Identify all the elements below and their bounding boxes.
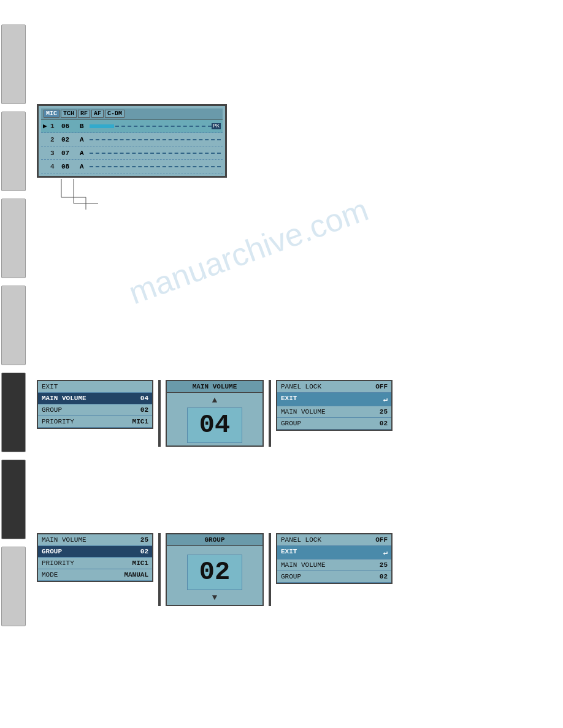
lcd-section: MIC TCH RF AF C-DM ▶ 1 06 B PK 2 02 A <box>37 104 380 216</box>
sidebar-tab-6[interactable] <box>1 460 26 539</box>
menu-row1-exit-label: EXIT <box>42 383 58 390</box>
info-row2-mainvol-label: MAIN VOLUME <box>281 561 326 569</box>
sidebar-tab-2[interactable] <box>1 112 26 191</box>
info-row2-panellock[interactable]: PANEL LOCK OFF <box>277 534 391 546</box>
lcd-row-4-label: A <box>80 163 90 170</box>
lcd-level-dashes-2 <box>90 139 221 140</box>
lcd-row-1[interactable]: ▶ 1 06 B PK <box>41 119 223 133</box>
menu-row2-mainvol-value: 25 <box>140 536 148 544</box>
lcd-row-4-ch: 08 <box>61 163 80 170</box>
info-row2-panellock-label: PANEL LOCK <box>281 536 321 544</box>
lcd-header: MIC TCH RF AF C-DM <box>41 108 223 119</box>
menu-row1-priority[interactable]: PRIORITY MIC1 <box>38 416 152 428</box>
menu-row2-group[interactable]: GROUP 02 <box>38 546 152 558</box>
lcd-level-dashes-3 <box>90 153 221 154</box>
menu-panel-row2: MAIN VOLUME 25 GROUP 02 PRIORITY MIC1 MO… <box>37 533 153 582</box>
info-row1-panellock-value: OFF <box>375 383 388 390</box>
info-panel-row1: PANEL LOCK OFF EXIT ↵ MAIN VOLUME 25 GRO… <box>276 380 393 431</box>
menu-row1-group[interactable]: GROUP 02 <box>38 404 152 416</box>
enter-icon-row1: ↵ <box>383 395 388 404</box>
divider-row2-right <box>269 533 271 606</box>
center-display-row1-value: 04 <box>187 408 242 443</box>
info-row2-mainvol-value: 25 <box>380 561 388 569</box>
lcd-row-3[interactable]: 3 07 A <box>41 146 223 160</box>
info-row2-exit[interactable]: EXIT ↵ <box>277 546 391 559</box>
lcd-row-4[interactable]: 4 08 A <box>41 160 223 173</box>
info-row2-mainvol[interactable]: MAIN VOLUME 25 <box>277 559 391 571</box>
lcd-row-2-label: A <box>80 136 90 143</box>
menu-row1-exit[interactable]: EXIT <box>38 381 152 393</box>
lcd-row-2[interactable]: 2 02 A <box>41 133 223 146</box>
menu-row1-mainvol-value: 04 <box>140 395 148 402</box>
menu-row2-priority[interactable]: PRIORITY MIC1 <box>38 558 152 569</box>
menu-row2-group-label: GROUP <box>42 548 62 555</box>
menu-row1-group-value: 02 <box>140 406 148 414</box>
lcd-display: MIC TCH RF AF C-DM ▶ 1 06 B PK 2 02 A <box>37 104 227 178</box>
lcd-row-2-ch: 02 <box>61 136 80 143</box>
center-display-row2-value: 02 <box>187 555 242 590</box>
lcd-level-bar-1 <box>90 124 114 128</box>
lcd-row-2-num: 2 <box>50 136 61 143</box>
menu-row1-group-label: GROUP <box>42 406 62 414</box>
divider-row1-right <box>269 380 271 447</box>
menu-row2-priority-label: PRIORITY <box>42 559 74 567</box>
lcd-header-af: AF <box>91 110 104 118</box>
lcd-row-1-num: 1 <box>50 123 61 130</box>
info-row1-mainvol-label: MAIN VOLUME <box>281 408 326 415</box>
menu-row2-mode[interactable]: MODE MANUAL <box>38 569 152 581</box>
sidebar-tab-7[interactable] <box>1 547 26 626</box>
lcd-row-3-label: A <box>80 150 90 157</box>
lcd-level-dashes-4 <box>90 166 221 167</box>
info-row1-mainvol[interactable]: MAIN VOLUME 25 <box>277 406 391 418</box>
menu-row2-mainvol-label: MAIN VOLUME <box>42 536 86 544</box>
lcd-row-3-level <box>90 153 221 154</box>
info-row2-exit-label: EXIT <box>281 548 297 557</box>
sidebar-tab-4[interactable] <box>1 286 26 365</box>
sidebar-left <box>0 0 32 728</box>
info-row1-exit[interactable]: EXIT ↵ <box>277 393 391 406</box>
info-row1-panellock[interactable]: PANEL LOCK OFF <box>277 381 391 393</box>
menu-row2-mainvol[interactable]: MAIN VOLUME 25 <box>38 534 152 546</box>
menu-row2-mode-label: MODE <box>42 571 58 578</box>
info-row2-group-value: 02 <box>380 573 388 580</box>
info-panel-row2: PANEL LOCK OFF EXIT ↵ MAIN VOLUME 25 GRO… <box>276 533 393 584</box>
lcd-row-3-ch: 07 <box>61 150 80 157</box>
lcd-annotations <box>37 179 227 216</box>
menu-row2-group-value: 02 <box>140 548 148 555</box>
divider-row2-left <box>158 533 161 606</box>
menu-row1-priority-value: MIC1 <box>132 418 148 425</box>
info-row1-group-label: GROUP <box>281 420 301 427</box>
info-row2-group-label: GROUP <box>281 573 301 580</box>
lcd-row-1-arrow: ▶ <box>43 122 50 130</box>
lcd-header-rf: RF <box>78 110 90 118</box>
info-row1-group-value: 02 <box>380 420 388 427</box>
lcd-row-3-num: 3 <box>50 150 61 157</box>
sidebar-tab-5[interactable] <box>1 373 26 452</box>
lcd-header-mic: MIC <box>44 110 59 118</box>
center-display-row1-arrow-up[interactable]: ▲ <box>212 395 217 405</box>
lcd-header-cdm: C-DM <box>105 110 124 118</box>
sidebar-tab-1[interactable] <box>1 25 26 104</box>
center-display-row2-arrow-down[interactable]: ▼ <box>212 593 217 602</box>
menu-panel-row1: EXIT MAIN VOLUME 04 GROUP 02 PRIORITY MI… <box>37 380 153 429</box>
menu-row1-priority-label: PRIORITY <box>42 418 74 425</box>
info-row1-panellock-label: PANEL LOCK <box>281 383 321 390</box>
lcd-row-1-pk: PK <box>212 123 221 129</box>
annotation-svg <box>37 179 227 216</box>
center-display-row2-title: GROUP <box>167 534 262 546</box>
lcd-row-1-level <box>90 124 212 128</box>
menu-row1-mainvol-label: MAIN VOLUME <box>42 395 86 402</box>
info-row1-group[interactable]: GROUP 02 <box>277 418 391 430</box>
info-row2-group[interactable]: GROUP 02 <box>277 571 391 583</box>
lcd-level-dashes-1 <box>115 126 212 127</box>
lcd-row-1-ch: 06 <box>61 123 80 130</box>
center-display-row2: GROUP 02 ▼ <box>166 533 264 606</box>
menu-row2-priority-value: MIC1 <box>132 559 148 567</box>
sidebar-tab-3[interactable] <box>1 199 26 278</box>
info-row1-mainvol-value: 25 <box>380 408 388 415</box>
center-display-row1: MAIN VOLUME ▲ 04 <box>166 380 264 447</box>
lcd-header-ch: TCH <box>61 110 77 118</box>
menu-row1-mainvol[interactable]: MAIN VOLUME 04 <box>38 393 152 404</box>
menu-row2-mode-value: MANUAL <box>124 571 148 578</box>
lcd-row-2-level <box>90 139 221 140</box>
